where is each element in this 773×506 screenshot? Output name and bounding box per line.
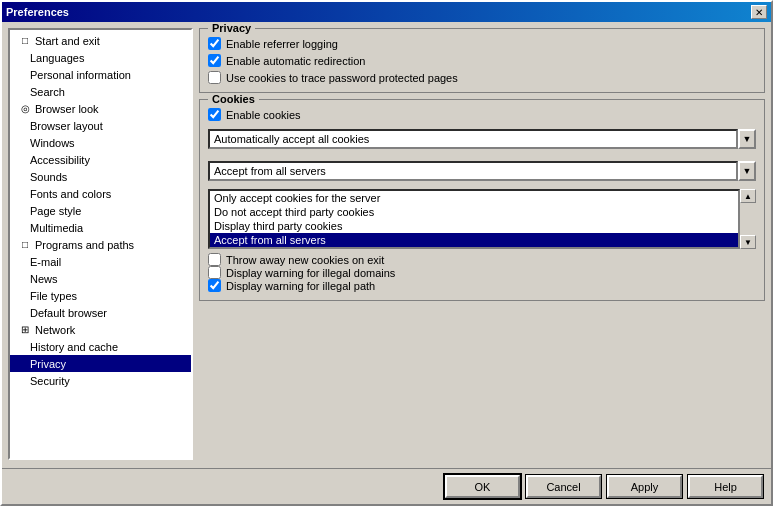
sidebar-item-fonts-colors[interactable]: Fonts and colors	[10, 185, 191, 202]
sidebar-label-languages: Languages	[30, 52, 84, 64]
sidebar-item-programs-paths[interactable]: □Programs and paths	[10, 236, 191, 253]
privacy-label-enable-referrer: Enable referrer logging	[226, 38, 338, 50]
sidebar-item-languages[interactable]: Languages	[10, 49, 191, 66]
auto-accept-dropdown-display[interactable]: Automatically accept all cookies	[208, 129, 738, 149]
sidebar-label-network: Network	[35, 324, 75, 336]
sidebar-item-page-style[interactable]: Page style	[10, 202, 191, 219]
sidebar-label-page-style: Page style	[30, 205, 81, 217]
cookies-checkbox-display-warning-path[interactable]	[208, 279, 221, 292]
sidebar: □Start and exitLanguagesPersonal informa…	[8, 28, 193, 460]
sidebar-item-windows[interactable]: Windows	[10, 134, 191, 151]
window-title: Preferences	[6, 6, 69, 18]
listbox-scrollbar[interactable]: ▲ ▼	[740, 189, 756, 249]
listbox-item-2[interactable]: Display third party cookies	[210, 219, 738, 233]
preferences-window: Preferences ✕ □Start and exitLanguagesPe…	[0, 0, 773, 506]
auto-accept-dropdown-btn[interactable]: ▼	[738, 129, 756, 149]
privacy-group-title: Privacy	[208, 22, 255, 34]
privacy-checkbox-enable-referrer[interactable]	[208, 37, 221, 50]
listbox-item-0[interactable]: Only accept cookies for the server	[210, 191, 738, 205]
cookies-group-title: Cookies	[208, 93, 259, 105]
sidebar-item-browser-look[interactable]: ◎Browser look	[10, 100, 191, 117]
cookies-checkbox-display-warning-domain[interactable]	[208, 266, 221, 279]
listbox-item-1[interactable]: Do not accept third party cookies	[210, 205, 738, 219]
privacy-cb-row-0: Enable referrer logging	[208, 37, 756, 50]
privacy-label-enable-redirect: Enable automatic redirection	[226, 55, 365, 67]
privacy-label-use-cookies-trace: Use cookies to trace password protected …	[226, 72, 458, 84]
sidebar-label-security: Security	[30, 375, 70, 387]
sidebar-item-security[interactable]: Security	[10, 372, 191, 389]
accept-from-dropdown-btn[interactable]: ▼	[738, 161, 756, 181]
cookies-cb-row-1: Display warning for illegal domains	[208, 266, 756, 279]
auto-accept-dropdown-row: Automatically accept all cookies ▼	[208, 129, 756, 149]
privacy-group: Privacy Enable referrer loggingEnable au…	[199, 28, 765, 93]
accept-from-dropdown-display[interactable]: Accept from all servers	[208, 161, 738, 181]
cookies-cb-row-2: Display warning for illegal path	[208, 279, 756, 292]
sidebar-item-privacy[interactable]: Privacy	[10, 355, 191, 372]
cancel-button[interactable]: Cancel	[526, 475, 601, 498]
sidebar-item-email[interactable]: E-mail	[10, 253, 191, 270]
sidebar-label-file-types: File types	[30, 290, 77, 302]
sidebar-item-network[interactable]: ⊞Network	[10, 321, 191, 338]
privacy-checkboxes: Enable referrer loggingEnable automatic …	[208, 37, 756, 84]
cookies-checkboxes: Throw away new cookies on exitDisplay wa…	[208, 253, 756, 292]
sidebar-label-history-cache: History and cache	[30, 341, 118, 353]
sidebar-label-news: News	[30, 273, 58, 285]
sidebar-item-personal-info[interactable]: Personal information	[10, 66, 191, 83]
privacy-checkbox-use-cookies-trace[interactable]	[208, 71, 221, 84]
cookies-checkbox-throw-away[interactable]	[208, 253, 221, 266]
scroll-up-btn[interactable]: ▲	[740, 189, 756, 203]
enable-cookies-checkbox[interactable]	[208, 108, 221, 121]
help-button[interactable]: Help	[688, 475, 763, 498]
privacy-cb-row-2: Use cookies to trace password protected …	[208, 71, 756, 84]
sidebar-item-multimedia[interactable]: Multimedia	[10, 219, 191, 236]
scroll-down-btn[interactable]: ▼	[740, 235, 756, 249]
sidebar-label-fonts-colors: Fonts and colors	[30, 188, 111, 200]
sidebar-label-search: Search	[30, 86, 65, 98]
apply-button[interactable]: Apply	[607, 475, 682, 498]
eye-icon: ◎	[18, 102, 32, 116]
sidebar-label-email: E-mail	[30, 256, 61, 268]
sidebar-item-file-types[interactable]: File types	[10, 287, 191, 304]
cookies-listbox[interactable]: Only accept cookies for the serverDo not…	[208, 189, 740, 249]
sidebar-label-default-browser: Default browser	[30, 307, 107, 319]
sidebar-label-windows: Windows	[30, 137, 75, 149]
auto-accept-value: Automatically accept all cookies	[214, 133, 369, 145]
sidebar-label-start-exit: Start and exit	[35, 35, 100, 47]
sidebar-label-sounds: Sounds	[30, 171, 67, 183]
cookies-label-throw-away: Throw away new cookies on exit	[226, 254, 384, 266]
cookies-listbox-wrapper: Only accept cookies for the serverDo not…	[208, 189, 756, 249]
titlebar: Preferences ✕	[2, 2, 771, 22]
sidebar-item-sounds[interactable]: Sounds	[10, 168, 191, 185]
listbox-item-3[interactable]: Accept from all servers	[210, 233, 738, 247]
sidebar-label-personal-info: Personal information	[30, 69, 131, 81]
enable-cookies-label: Enable cookies	[226, 109, 301, 121]
sidebar-label-multimedia: Multimedia	[30, 222, 83, 234]
cookies-content: Enable cookies Automatically accept all …	[208, 108, 756, 292]
enable-cookies-row: Enable cookies	[208, 108, 756, 121]
sidebar-item-search[interactable]: Search	[10, 83, 191, 100]
network-icon: ⊞	[18, 323, 32, 337]
privacy-checkbox-enable-redirect[interactable]	[208, 54, 221, 67]
close-button[interactable]: ✕	[751, 5, 767, 19]
sidebar-label-browser-look: Browser look	[35, 103, 99, 115]
content-area: □Start and exitLanguagesPersonal informa…	[2, 22, 771, 466]
sidebar-item-default-browser[interactable]: Default browser	[10, 304, 191, 321]
ok-button[interactable]: OK	[445, 475, 520, 498]
sidebar-label-privacy: Privacy	[30, 358, 66, 370]
cookies-cb-row-0: Throw away new cookies on exit	[208, 253, 756, 266]
sidebar-item-news[interactable]: News	[10, 270, 191, 287]
sidebar-item-browser-layout[interactable]: Browser layout	[10, 117, 191, 134]
main-panel: Privacy Enable referrer loggingEnable au…	[199, 28, 765, 460]
accept-from-dropdown-row: Accept from all servers ▼	[208, 161, 756, 181]
cookies-label-display-warning-domain: Display warning for illegal domains	[226, 267, 395, 279]
privacy-cb-row-1: Enable automatic redirection	[208, 54, 756, 67]
accept-from-value: Accept from all servers	[214, 165, 326, 177]
sidebar-label-programs-paths: Programs and paths	[35, 239, 134, 251]
sidebar-item-accessibility[interactable]: Accessibility	[10, 151, 191, 168]
sidebar-item-start-exit[interactable]: □Start and exit	[10, 32, 191, 49]
footer: OK Cancel Apply Help	[2, 468, 771, 504]
sidebar-label-accessibility: Accessibility	[30, 154, 90, 166]
sidebar-item-history-cache[interactable]: History and cache	[10, 338, 191, 355]
folder-icon: □	[18, 238, 32, 252]
sidebar-label-browser-layout: Browser layout	[30, 120, 103, 132]
